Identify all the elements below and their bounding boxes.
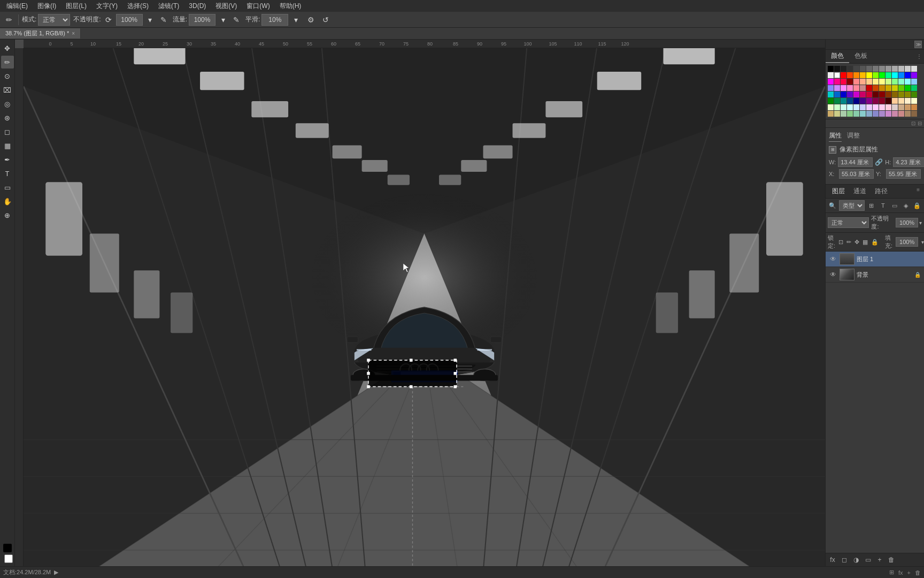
swatch-11[interactable] [898,66,904,72]
menu-item-edit[interactable]: 编辑(E) [2,1,32,12]
link-icon[interactable]: 🔗 [875,158,883,166]
opacity-input[interactable]: 100% [116,14,143,26]
swatch-d9[interactable] [841,98,846,104]
menu-item-3d[interactable]: 3D(D) [184,1,210,11]
swatch-d5[interactable] [905,92,911,97]
h-input[interactable] [893,157,924,167]
swatch-r10[interactable] [898,72,904,78]
swatch-s5[interactable] [828,104,834,110]
swatch-d13[interactable] [866,98,872,104]
swatch-m15[interactable] [866,92,872,97]
swatch-d11[interactable] [853,98,859,104]
swatch-10[interactable] [892,66,898,72]
swatch-p11[interactable] [828,85,834,91]
swatch-t15[interactable] [905,111,911,117]
menu-item-layer[interactable]: 图层(L) [61,1,91,12]
lock-artboard-icon[interactable]: ▦ [863,237,868,247]
swatch-r4[interactable] [860,72,866,78]
swatch-t16[interactable] [911,111,917,117]
layers-tab[interactable]: 图层 [828,186,849,197]
fill-dropdown[interactable]: ▾ [921,239,924,245]
menu-item-filter[interactable]: 滤镜(T) [154,1,183,12]
layer-1-visibility-icon[interactable]: 👁 [829,255,837,263]
swatch-s8[interactable] [847,104,853,110]
swatch-m7[interactable] [905,85,911,91]
lock-position-icon[interactable]: ✥ [854,237,859,247]
swatch-r14[interactable] [834,79,840,85]
swatch-r7[interactable] [879,72,885,78]
opacity-value-input[interactable] [896,218,918,227]
layer-fx-button[interactable]: fx [828,555,837,565]
smooth-input[interactable]: 10% [261,14,288,26]
swatch-14[interactable] [828,72,834,78]
swatch-m1[interactable] [866,85,872,91]
swatch-r15[interactable] [841,79,846,85]
layer-group-button[interactable]: ▭ [863,555,873,565]
crop-tool[interactable]: ⌧ [1,83,14,96]
swatch-d15[interactable] [879,98,885,104]
canvas-area[interactable]: 0 5 10 15 20 25 30 35 40 45 50 55 60 65 … [15,40,825,566]
swatch-m3[interactable] [879,85,885,91]
swatch-m9[interactable] [828,92,834,97]
panel-options-icon[interactable]: ⋮ [917,54,922,59]
lasso-tool[interactable]: ⊙ [1,70,14,82]
swatch-m10[interactable] [834,92,840,97]
swatch-p4[interactable] [873,79,879,85]
swatch-m12[interactable] [847,92,853,97]
lock-transparent-icon[interactable]: ⊡ [838,237,843,247]
swatch-s15[interactable] [892,104,898,110]
swatch-s6[interactable] [834,104,840,110]
swatch-t11[interactable] [879,111,885,117]
status-arrow[interactable]: ▶ [54,569,58,576]
search-icon[interactable]: 🔍 [828,201,837,210]
swatch-t12[interactable] [886,111,891,117]
swatch-t5[interactable] [841,111,846,117]
swatch-d7[interactable] [828,98,834,104]
swatch-p15[interactable] [853,85,859,91]
swatch-m16[interactable] [873,92,879,97]
swatch-s16[interactable] [898,104,904,110]
swatch-p10[interactable] [911,79,917,85]
menu-item-window[interactable]: 窗口(W) [242,1,274,12]
paths-tab[interactable]: 路径 [871,186,892,197]
layer-filter-toggle[interactable]: 🔒 [913,201,922,210]
swatch-m14[interactable] [860,92,866,97]
y-input[interactable] [886,169,921,179]
swatch-t9[interactable] [866,111,872,117]
swatch-p6[interactable] [886,79,891,85]
opacity-pen-icon[interactable]: ✎ [158,14,170,26]
swatch-r1[interactable] [841,72,846,78]
menu-item-help[interactable]: 帮助(H) [275,1,306,12]
swatch-p12[interactable] [834,85,840,91]
swatch-t2[interactable] [911,104,917,110]
swatch-p7[interactable] [892,79,898,85]
menu-item-image[interactable]: 图像(I) [33,1,60,12]
swatch-black[interactable] [828,66,834,72]
swatch-p3[interactable] [866,79,872,85]
swatch-m2[interactable] [873,85,879,91]
swatch-r11[interactable] [905,72,911,78]
swatch-r12[interactable] [911,72,917,78]
swatch-13[interactable] [911,66,917,72]
swatch-t1[interactable] [905,104,911,110]
swatch-p9[interactable] [905,79,911,85]
move-tool[interactable]: ✥ [1,42,14,55]
swatch-d4[interactable] [898,92,904,97]
active-tab[interactable]: 38.7% (图层 1, RGB/8) * × [0,28,81,39]
swatch-r9[interactable] [892,72,898,78]
layers-options-icon[interactable]: ≡ [914,186,922,197]
swatch-8[interactable] [879,66,885,72]
swatch-9[interactable] [886,66,891,72]
x-input[interactable] [839,169,874,179]
swatch-t8[interactable] [860,111,866,117]
swatch-p16[interactable] [860,85,866,91]
gradient-tool[interactable]: ▦ [1,139,14,152]
layer-new-button[interactable]: + [875,555,884,565]
layer-filter-pixel-icon[interactable]: ⊞ [867,201,876,210]
swatch-m11[interactable] [841,92,846,97]
swatch-5[interactable] [860,66,866,72]
angle-icon[interactable]: ↺ [320,14,332,26]
swatch-t3[interactable] [828,111,834,117]
swatch-s3[interactable] [905,98,911,104]
swatch-d3[interactable] [892,92,898,97]
